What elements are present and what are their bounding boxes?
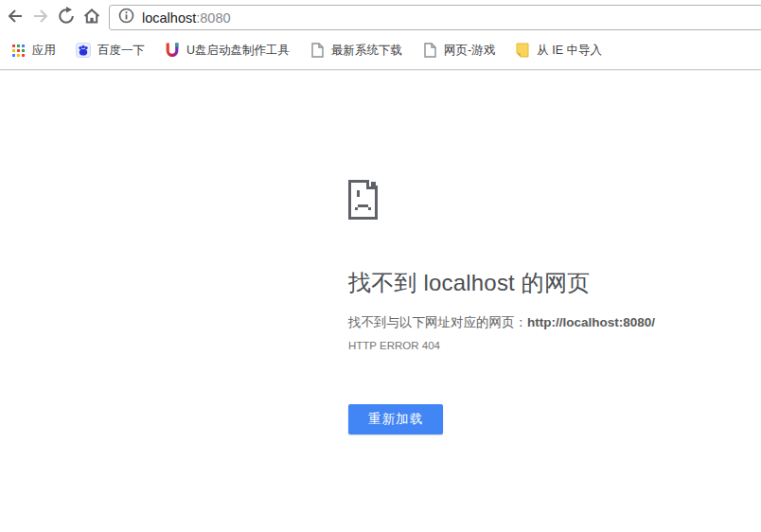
home-icon [82, 7, 101, 29]
error-message: 找不到与以下网址对应的网页：http://localhost:8080/ [348, 313, 727, 331]
apps-shortcut[interactable]: 应用 [5, 38, 62, 62]
bookmark-label: U盘启动盘制作工具 [186, 43, 290, 59]
error-message-text: 找不到与以下网址对应的网页： [348, 315, 527, 329]
back-arrow-icon [6, 7, 25, 29]
bookmark-label: 从 IE 中导入 [537, 43, 602, 59]
address-bar[interactable]: localhost:8080 [109, 5, 761, 30]
u-disk-icon [165, 43, 180, 58]
url-host: localhost [142, 10, 196, 26]
sad-file-icon [348, 180, 727, 223]
browser-toolbar: localhost:8080 [0, 0, 761, 31]
bookmark-label: 网页-游戏 [444, 43, 495, 59]
home-button[interactable] [79, 5, 104, 30]
bookmark-label: 最新系统下载 [331, 43, 402, 59]
error-code: HTTP ERROR 404 [348, 340, 727, 351]
info-icon[interactable] [118, 8, 134, 27]
bookmark-system-download[interactable]: 最新系统下载 [304, 38, 408, 62]
forward-arrow-icon [31, 7, 50, 29]
page-icon [310, 43, 325, 58]
url-text: localhost:8080 [142, 10, 231, 26]
error-title: 找不到 localhost 的网页 [348, 268, 727, 298]
bookmark-web-games[interactable]: 网页-游戏 [416, 38, 501, 62]
yellow-folder-icon [515, 43, 530, 58]
error-container: 找不到 localhost 的网页 找不到与以下网址对应的网页：http://l… [348, 180, 727, 434]
page-icon [422, 43, 437, 58]
bookmark-label: 百度一下 [97, 43, 145, 59]
bookmark-u-disk-tool[interactable]: U盘启动盘制作工具 [159, 38, 295, 62]
reload-page-button[interactable]: 重新加载 [348, 404, 443, 434]
bookmarks-bar: 应用 百度一下 [0, 31, 761, 70]
apps-label: 应用 [32, 43, 56, 59]
apps-grid-icon [10, 43, 26, 58]
reload-icon [57, 7, 76, 29]
forward-button[interactable] [27, 5, 53, 30]
bookmark-baidu[interactable]: 百度一下 [70, 38, 150, 62]
reload-button[interactable] [53, 5, 79, 30]
failed-url: http://localhost:8080/ [527, 315, 655, 329]
bookmark-import-from-ie[interactable]: 从 IE 中导入 [509, 38, 608, 62]
baidu-paw-icon [76, 43, 91, 58]
back-button[interactable] [2, 5, 27, 30]
url-port: :8080 [196, 10, 230, 26]
page-content: 找不到 localhost 的网页 找不到与以下网址对应的网页：http://l… [0, 71, 761, 532]
